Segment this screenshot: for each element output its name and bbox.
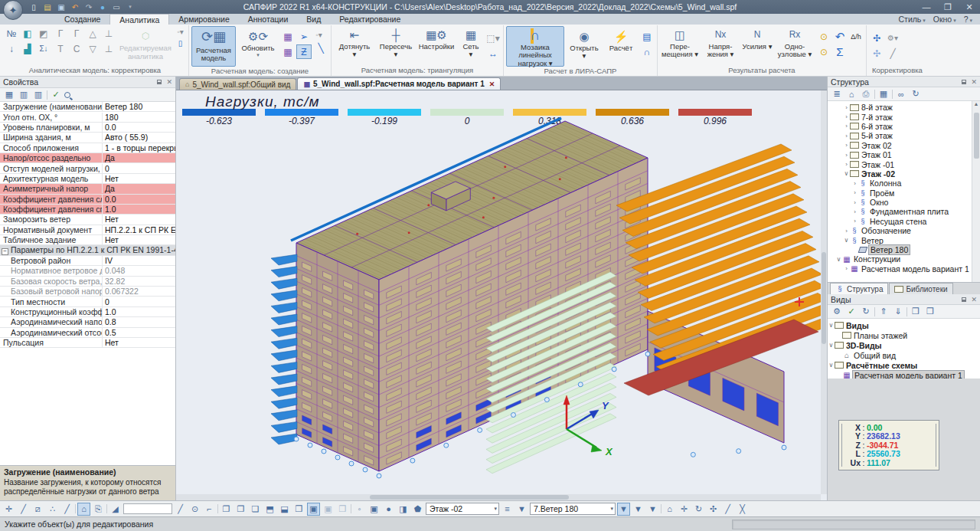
tree-item[interactable]: Ветер 180 xyxy=(828,245,980,254)
viewport-vscrollbar[interactable] xyxy=(821,90,827,494)
lamp-off-icon[interactable] xyxy=(353,503,366,516)
single-node-button[interactable]: Одно- узловые ▾ xyxy=(775,28,815,59)
minimize-button[interactable] xyxy=(916,0,937,14)
display-icon[interactable] xyxy=(110,2,122,12)
property-row[interactable]: Параметры по НП.2.2.1 к СП РК EN 1991-1-… xyxy=(0,245,175,255)
property-row[interactable]: Асимметричный напор Да xyxy=(0,184,175,194)
tree-item[interactable]: Планы этажей xyxy=(828,330,980,340)
tree-item[interactable]: ∨ Конструкции xyxy=(828,254,980,264)
property-value[interactable]: IV xyxy=(103,256,175,265)
lamp2-icon[interactable] xyxy=(816,44,831,59)
property-value[interactable]: 180 xyxy=(103,113,175,122)
snap-intersection-icon[interactable] xyxy=(31,503,44,516)
property-value[interactable]: Нет xyxy=(103,338,175,347)
snap-points-icon[interactable] xyxy=(46,503,59,516)
tree-chevron-icon[interactable]: › xyxy=(843,228,850,234)
draw-angle-icon[interactable] xyxy=(203,503,216,516)
property-value[interactable]: 1.0 xyxy=(103,307,175,316)
divide-icon[interactable] xyxy=(885,46,900,61)
tree-chevron-icon[interactable]: › xyxy=(843,265,850,272)
measure-icon[interactable] xyxy=(721,503,734,516)
triangulation-settings-button[interactable]: Настройки xyxy=(416,28,456,51)
forces-button[interactable]: Усилия ▾ xyxy=(741,28,773,51)
tree-chevron-icon[interactable]: › xyxy=(851,199,858,206)
tree-item[interactable]: › Окно xyxy=(828,198,980,207)
update-button[interactable]: Обновить ▾ xyxy=(237,29,279,58)
tree-item[interactable]: Общий вид xyxy=(828,350,980,360)
search-icon[interactable] xyxy=(64,92,70,98)
lamp-on-icon[interactable] xyxy=(382,503,395,516)
property-row[interactable]: Ветровой район IV xyxy=(0,256,175,266)
stresses-button[interactable]: Напря- жения ▾ xyxy=(701,28,740,59)
property-value[interactable]: 0.5 xyxy=(103,328,175,337)
panel-tab[interactable]: Библиотеки xyxy=(889,283,952,294)
cursor-select-icon[interactable] xyxy=(296,29,312,44)
tree-chevron-icon[interactable]: ∨ xyxy=(828,322,835,329)
property-value[interactable]: 0.8 xyxy=(103,317,175,326)
snap-edge-icon[interactable] xyxy=(60,503,74,516)
lock-view-icon[interactable] xyxy=(77,503,90,516)
perspective-on-icon[interactable] xyxy=(307,503,320,516)
tree-chevron-icon[interactable]: › xyxy=(843,142,850,149)
panel-tab[interactable]: Структура xyxy=(830,283,888,294)
tree-chevron-icon[interactable]: › xyxy=(843,152,850,159)
snap-value-field[interactable] xyxy=(123,503,172,514)
tree-item[interactable]: › Фундаментная плита xyxy=(828,207,980,216)
calc-model-button[interactable]: Расчетная модель xyxy=(191,26,236,67)
tab-close-icon[interactable]: ✕ xyxy=(489,80,495,88)
property-value[interactable]: 0 xyxy=(103,164,175,173)
maximize-button[interactable] xyxy=(937,0,959,14)
calc-button[interactable]: Расчёт xyxy=(604,29,638,52)
displacements-button[interactable]: Пере- мещения ▾ xyxy=(660,28,700,59)
tree-item[interactable]: › Проём xyxy=(828,188,980,198)
property-value[interactable]: Да xyxy=(103,153,175,162)
wall-load-icon[interactable] xyxy=(20,41,35,56)
close-button[interactable] xyxy=(959,0,980,14)
node-z-icon[interactable] xyxy=(296,44,312,59)
tree-chevron-icon[interactable]: ∨ xyxy=(843,237,850,244)
tree-mode-icon[interactable] xyxy=(831,88,843,100)
ribbon-tab[interactable]: Армирование xyxy=(169,14,238,25)
refresh-icon[interactable] xyxy=(910,88,922,100)
viewport-hscrollbar[interactable] xyxy=(176,494,821,500)
filter-icon[interactable] xyxy=(515,503,528,516)
tree-chevron-icon[interactable]: › xyxy=(851,208,858,215)
app-logo-icon[interactable]: ✦ xyxy=(3,0,23,20)
property-row[interactable]: Архитектурная модель Нет xyxy=(0,174,175,184)
view-refresh-icon[interactable] xyxy=(860,306,872,317)
ribbon-tab[interactable]: Аннотации xyxy=(239,14,298,25)
property-value[interactable]: Да xyxy=(103,184,175,193)
line-tool-icon[interactable] xyxy=(313,41,328,55)
snap-node-icon[interactable] xyxy=(2,503,15,516)
view-back-icon[interactable] xyxy=(278,503,291,516)
tree-chevron-icon[interactable]: › xyxy=(843,113,850,120)
menu-right-item[interactable]: Стиль xyxy=(895,15,928,24)
property-row[interactable]: Уровень планировки, м 0.0 xyxy=(0,123,175,133)
return-icon[interactable] xyxy=(832,29,848,44)
support-fixed-icon[interactable] xyxy=(101,26,116,41)
property-value[interactable]: Ветер 180 xyxy=(103,102,175,111)
property-row[interactable]: Заморозить ветер Нет xyxy=(0,215,175,225)
sum-results-icon[interactable] xyxy=(832,44,848,59)
property-row[interactable]: Аэродинамический отсос 0.5 xyxy=(0,328,175,338)
tree-item[interactable]: ∨ Ветер xyxy=(828,235,980,244)
new-folder-icon[interactable] xyxy=(910,306,922,317)
property-row[interactable]: Базовый ветровой напор, ... 0.067322 xyxy=(0,287,175,297)
tree-item[interactable]: › Этаж -01 xyxy=(828,159,980,169)
menu-right-item[interactable]: Окно xyxy=(930,15,959,24)
move-down-icon[interactable] xyxy=(892,306,904,317)
section-box-icon[interactable] xyxy=(336,503,349,516)
property-value[interactable]: 0.0 xyxy=(103,195,175,204)
orbit-icon[interactable] xyxy=(692,503,705,516)
tree-chevron-icon[interactable]: › xyxy=(851,218,858,225)
tree-item[interactable]: ∨ 3D-Виды xyxy=(828,340,980,350)
property-row[interactable]: Тип местности 0 xyxy=(0,297,175,306)
pin-icon[interactable] xyxy=(962,297,966,302)
move-icon[interactable] xyxy=(707,503,720,516)
save-icon[interactable] xyxy=(55,2,67,12)
new-file-icon[interactable] xyxy=(28,2,40,12)
plane-align-icon[interactable] xyxy=(36,26,51,41)
correction-settings-icon[interactable] xyxy=(885,31,900,45)
view-side-icon[interactable] xyxy=(234,503,247,516)
rigid-link-icon[interactable] xyxy=(53,26,68,41)
